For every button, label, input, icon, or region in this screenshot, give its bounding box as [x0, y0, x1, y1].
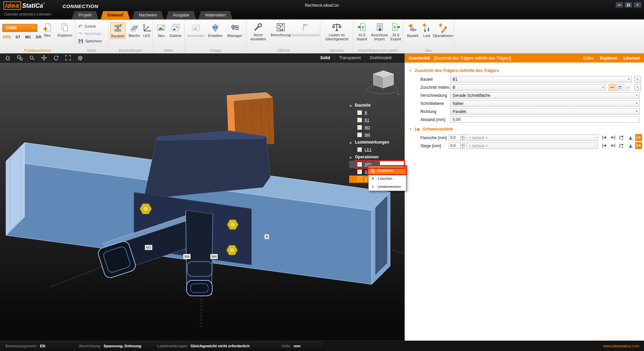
step-up-icon[interactable]: ▲: [461, 134, 465, 138]
lasten-gleichgewicht-button[interactable]: Lasten im Gleichgewicht: [322, 22, 351, 41]
bleche-labels-toggle[interactable]: Bleche: [127, 23, 141, 38]
clip-box-button[interactable]: [76, 54, 85, 62]
norm-einstellen-button[interactable]: Norm einstellen: [248, 22, 269, 41]
erstellen-button[interactable]: Erstellen: [206, 23, 224, 38]
kopieren-link[interactable]: Kopieren: [600, 56, 617, 61]
zurueck-button[interactable]: ↶ Zurück: [78, 23, 96, 29]
checkbox-unchecked-icon[interactable]: [357, 147, 362, 152]
minimize-button[interactable]: [615, 2, 623, 8]
xls-import-button[interactable]: X XLS Import: [355, 22, 369, 41]
cut-mode-plate-toggle[interactable]: [609, 84, 615, 91]
neu-last-button[interactable]: Last: [421, 23, 433, 38]
viewport-3d[interactable]: x M3 M4 M4 B ◢ Bauteile B B1 M3: [0, 63, 405, 341]
checkbox-checked-icon[interactable]: [357, 132, 362, 137]
context-menu-umbenennen[interactable]: I Umbenennen: [369, 183, 406, 191]
checkbox-checked-icon[interactable]: [357, 169, 362, 174]
zoom-button[interactable]: [28, 54, 36, 62]
pick-cutting-member-button[interactable]: ↖: [634, 84, 641, 91]
tab-materialien[interactable]: Materialien: [198, 11, 232, 19]
tree-section-lasteinwirkungen[interactable]: ◢ Lasteinwirkungen: [349, 139, 405, 146]
model-label-m4a[interactable]: M4: [183, 254, 191, 259]
flansche-weld-select[interactable]: < default > ▾: [466, 134, 598, 141]
speichern-button[interactable]: Speichern: [78, 38, 102, 44]
section-schweissnaehte-header[interactable]: ▼ Schweissnähte: [409, 126, 453, 132]
bauteile-labels-toggle[interactable]: Bauteile: [110, 22, 126, 39]
tree-section-operationen[interactable]: ◢ Operationen: [349, 153, 405, 161]
weld-type-button-2[interactable]: [609, 134, 617, 141]
schnittebene-select[interactable]: Näher ▾: [450, 100, 640, 107]
step-up-icon[interactable]: ▲: [461, 143, 465, 146]
tab-nachweis[interactable]: Nachweis: [132, 11, 164, 19]
verschneidung-select[interactable]: Gerade Schnittfläche ▾: [450, 92, 640, 99]
bauteil-select[interactable]: B1 ▾: [450, 76, 632, 82]
tab-projekt[interactable]: Projekt: [72, 11, 98, 19]
home-view-button[interactable]: [3, 54, 12, 62]
member-m4[interactable]: [186, 210, 213, 296]
maximize-button[interactable]: [625, 2, 632, 8]
pick-member-button[interactable]: ↖: [634, 76, 641, 83]
expander-icon[interactable]: ◢: [349, 141, 353, 144]
cut-mode-edge-toggle[interactable]: [624, 84, 631, 91]
collapse-icon[interactable]: ▼: [409, 69, 412, 72]
weld-type-button-4[interactable]: [627, 134, 634, 141]
tree-section-bauteile[interactable]: ◢ Bauteile: [349, 102, 405, 109]
weld-type-button-selected[interactable]: [635, 134, 642, 141]
galerie-button[interactable]: Galerie: [168, 23, 183, 38]
collapse-icon[interactable]: ▼: [409, 127, 412, 131]
flansche-input[interactable]: 0,0: [449, 134, 461, 141]
expander-icon[interactable]: ◢: [349, 156, 353, 159]
zoom-window-button[interactable]: [15, 54, 24, 62]
neu-operationen-button[interactable]: Operationen: [433, 23, 453, 38]
abstand-input[interactable]: 0,00: [450, 116, 640, 123]
mode-st[interactable]: ST: [15, 35, 20, 39]
stege-input[interactable]: 0,0: [449, 143, 461, 149]
neu-bild-button[interactable]: Neu: [155, 23, 168, 38]
checkbox-checked-icon[interactable]: [357, 177, 362, 182]
view-mode-solid[interactable]: Solid: [316, 53, 334, 63]
manager-button[interactable]: Manager: [226, 23, 244, 38]
checkbox-checked-icon[interactable]: [357, 110, 362, 115]
model-label-m3[interactable]: M3: [145, 245, 152, 250]
expander-icon[interactable]: ◢: [349, 104, 353, 107]
view-mode-drahtmodell[interactable]: Drahtmodell: [365, 53, 396, 63]
tree-item-le1[interactable]: LE1: [349, 146, 400, 153]
neu-position-button[interactable]: Neu: [40, 23, 55, 37]
weld-type-button-4[interactable]: [627, 143, 634, 149]
checkbox-checked-icon[interactable]: [357, 125, 362, 130]
weld-type-button-selected[interactable]: [635, 142, 642, 149]
loeschen-link[interactable]: Löschen: [624, 56, 640, 61]
kopieren-position-button[interactable]: Kopieren: [56, 23, 74, 37]
lks-toggle[interactable]: LKS: [141, 23, 152, 38]
weld-type-button-1[interactable]: [601, 134, 608, 141]
model-label-m4b[interactable]: M4: [210, 254, 218, 259]
orbit-button[interactable]: [52, 54, 60, 62]
mode-mc[interactable]: MC: [25, 35, 31, 39]
weld-type-button-3[interactable]: [618, 143, 625, 149]
anschluss-import-button[interactable]: Anschluss Import: [370, 22, 389, 41]
pan-button[interactable]: [40, 54, 48, 62]
3d-model-canvas[interactable]: x: [0, 63, 405, 341]
anwenden-button[interactable]: Anwenden: [187, 23, 205, 38]
berechnung-button[interactable]: Berechnung: [270, 22, 291, 37]
xls-export-button[interactable]: X XLS Export: [389, 22, 402, 41]
cut-mode-surface-toggle[interactable]: [616, 84, 623, 91]
editor-link[interactable]: Editor: [583, 56, 594, 61]
website-link[interactable]: www.ideastatica.com: [603, 344, 644, 348]
richtung-select[interactable]: Parallel ▾: [450, 108, 640, 115]
tree-item-m3[interactable]: M3: [349, 124, 400, 131]
tree-item-b1[interactable]: B1: [349, 116, 400, 124]
stege-weld-select[interactable]: < default > ▾: [466, 143, 598, 149]
weld-type-button-2[interactable]: [609, 143, 617, 149]
zuschnitt-mittels-select[interactable]: B ▾: [450, 84, 606, 90]
mode-eps[interactable]: EPS: [3, 35, 11, 39]
neu-bauteil-button[interactable]: Bauteil: [405, 23, 420, 38]
close-button[interactable]: ✕: [634, 2, 641, 8]
step-down-icon[interactable]: ▼: [461, 138, 465, 141]
step-down-icon[interactable]: ▼: [461, 146, 465, 149]
view-mode-transparent[interactable]: Transparent: [334, 53, 365, 63]
weld-type-button-3[interactable]: [618, 134, 625, 141]
nochmals-button[interactable]: ↷ Nochmals: [78, 31, 101, 37]
weld-type-button-1[interactable]: [601, 143, 608, 149]
navigation-cube[interactable]: x: [367, 71, 400, 96]
section-zuschnitt-header[interactable]: ▼ Zuschnitt des Trägers mithilfe des Trä…: [409, 67, 499, 74]
